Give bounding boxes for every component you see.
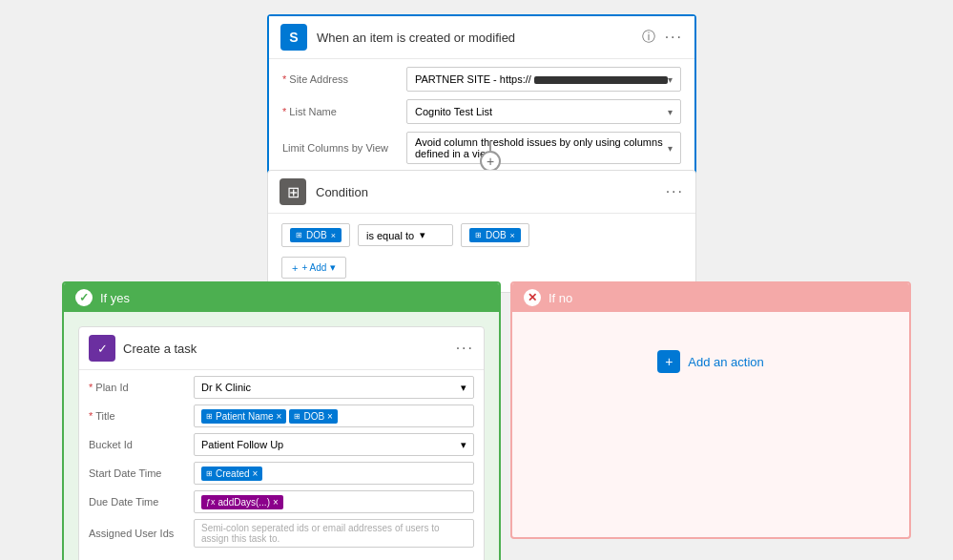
- if-yes-label: If yes: [100, 291, 130, 305]
- site-address-value[interactable]: PARTNER SITE - https:// ▾: [406, 67, 681, 92]
- start-date-value[interactable]: ⊞ Created ×: [194, 462, 474, 485]
- task-more-menu[interactable]: ···: [456, 340, 474, 357]
- plan-id-value[interactable]: Dr K Clinic ▾: [194, 376, 474, 399]
- if-yes-header: ✓ If yes: [64, 283, 499, 312]
- left-tag-box[interactable]: ⊞ DOB ×: [281, 223, 350, 247]
- condition-add-button[interactable]: + + Add ▾: [281, 257, 346, 279]
- patient-name-remove[interactable]: ×: [277, 411, 282, 422]
- right-tag-remove[interactable]: ×: [510, 231, 515, 240]
- trigger-title: When an item is created or modified: [317, 31, 632, 45]
- condition-title: Condition: [316, 185, 656, 199]
- bucket-id-value[interactable]: Patient Follow Up ▾: [194, 433, 474, 456]
- task-body: Plan Id Dr K Clinic ▾ Title ⊞ Patient Na…: [79, 369, 484, 560]
- operator-dropdown[interactable]: is equal to ▾: [358, 224, 453, 246]
- left-tag-remove[interactable]: ×: [331, 231, 336, 240]
- assigned-value[interactable]: Semi-colon seperated ids or email addres…: [194, 519, 474, 548]
- site-address-row: Site Address PARTNER SITE - https:// ▾: [282, 67, 681, 92]
- if-no-panel: ✕ If no + Add an action: [510, 281, 911, 539]
- condition-row: ⊞ DOB × is equal to ▾ ⊞ DOB ×: [281, 223, 682, 247]
- due-date-label: Due Date Time: [89, 496, 194, 508]
- limit-columns-value[interactable]: Avoid column threshold issues by only us…: [406, 132, 681, 164]
- dob-remove[interactable]: ×: [327, 411, 333, 422]
- right-tag-icon: ⊞: [475, 231, 482, 239]
- if-no-label: If no: [549, 291, 572, 305]
- condition-icon: ⊞: [280, 178, 306, 205]
- limit-columns-text: Avoid column threshold issues by only us…: [415, 136, 668, 159]
- add-action-button[interactable]: + Add an action: [512, 312, 909, 411]
- trigger-header: S When an item is created or modified ⓘ …: [269, 16, 694, 58]
- task-title: Create a task: [123, 342, 448, 356]
- limit-columns-chevron: ▾: [668, 143, 673, 154]
- add-step-button[interactable]: +: [480, 151, 501, 172]
- left-tag-chip: ⊞ DOB ×: [290, 228, 342, 242]
- dob-chip: ⊞ DOB ×: [289, 409, 338, 424]
- created-remove[interactable]: ×: [253, 468, 259, 479]
- site-address-chevron: ▾: [668, 74, 673, 85]
- add-icon: +: [292, 262, 298, 274]
- site-address-label: Site Address: [282, 73, 406, 85]
- list-name-label: List Name: [282, 106, 406, 117]
- condition-card: ⊞ Condition ··· ⊞ DOB × is equal to ▾: [267, 170, 696, 293]
- condition-body: ⊞ DOB × is equal to ▾ ⊞ DOB ×: [268, 213, 695, 292]
- due-date-value[interactable]: ƒx addDays(...) ×: [194, 490, 474, 513]
- assigned-row: Assigned User Ids Semi-colon seperated i…: [89, 519, 474, 548]
- bucket-id-row: Bucket Id Patient Follow Up ▾: [89, 433, 474, 456]
- plan-id-label: Plan Id: [89, 382, 194, 393]
- title-value[interactable]: ⊞ Patient Name × ⊞ DOB ×: [194, 404, 474, 427]
- plan-id-row: Plan Id Dr K Clinic ▾: [89, 376, 474, 399]
- limit-columns-label: Limit Columns by View: [282, 142, 406, 154]
- trigger-actions: ⓘ ···: [642, 29, 683, 46]
- task-icon: ✓: [89, 335, 115, 362]
- adddays-chip: ƒx addDays(...) ×: [201, 495, 283, 509]
- x-icon: ✕: [524, 289, 541, 306]
- list-name-text: Cognito Test List: [415, 106, 492, 117]
- start-date-label: Start Date Time: [89, 467, 194, 479]
- title-label: Title: [89, 410, 194, 422]
- check-icon: ✓: [75, 289, 93, 306]
- left-tag-icon: ⊞: [296, 231, 302, 239]
- bucket-id-label: Bucket Id: [89, 439, 194, 450]
- assigned-label: Assigned User Ids: [89, 528, 194, 539]
- list-name-chevron: ▾: [668, 107, 673, 117]
- right-tag-box[interactable]: ⊞ DOB ×: [461, 223, 529, 247]
- list-name-row: List Name Cognito Test List ▾: [282, 99, 681, 124]
- condition-actions: ···: [666, 183, 684, 200]
- task-header: ✓ Create a task ···: [79, 327, 484, 369]
- sharepoint-icon: S: [280, 24, 307, 51]
- right-tag-chip: ⊞ DOB ×: [469, 228, 521, 242]
- add-action-label: Add an action: [688, 355, 764, 369]
- masked-url: [534, 76, 668, 84]
- v-line-top: [489, 141, 491, 151]
- condition-header: ⊞ Condition ···: [268, 171, 695, 213]
- trigger-more-menu[interactable]: ···: [665, 29, 683, 46]
- create-task-card: ✓ Create a task ··· Plan Id Dr K Clinic …: [78, 326, 485, 560]
- list-name-value[interactable]: Cognito Test List ▾: [406, 99, 681, 124]
- adddays-remove[interactable]: ×: [273, 497, 279, 508]
- start-date-row: Start Date Time ⊞ Created ×: [89, 462, 474, 485]
- title-row: Title ⊞ Patient Name × ⊞ DOB ×: [89, 404, 474, 427]
- due-date-row: Due Date Time ƒx addDays(...) ×: [89, 490, 474, 513]
- site-address-text: PARTNER SITE - https://: [415, 73, 668, 85]
- if-yes-panel: ✓ If yes ✓ Create a task ··· Plan Id Dr …: [62, 281, 501, 560]
- patient-name-chip: ⊞ Patient Name ×: [201, 409, 286, 424]
- created-chip: ⊞ Created ×: [201, 467, 262, 481]
- if-no-header: ✕ If no: [512, 283, 909, 312]
- task-actions: ···: [456, 340, 474, 357]
- add-action-icon: +: [657, 350, 680, 373]
- info-icon[interactable]: ⓘ: [642, 29, 655, 46]
- condition-more-menu[interactable]: ···: [666, 183, 684, 200]
